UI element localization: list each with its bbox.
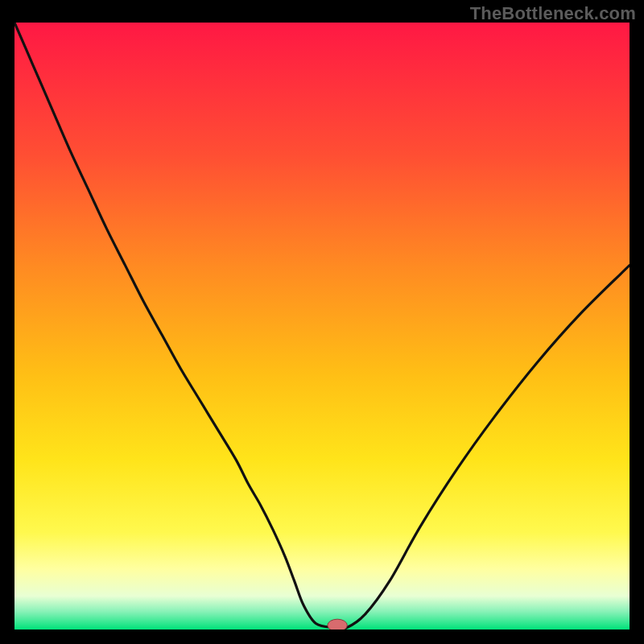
- plot-area: [14, 23, 630, 630]
- watermark-text: TheBottleneck.com: [470, 3, 636, 24]
- chart-frame: TheBottleneck.com: [0, 0, 644, 644]
- gradient-background: [14, 23, 630, 630]
- bottleneck-marker: [328, 619, 347, 630]
- plot-svg: [14, 23, 630, 630]
